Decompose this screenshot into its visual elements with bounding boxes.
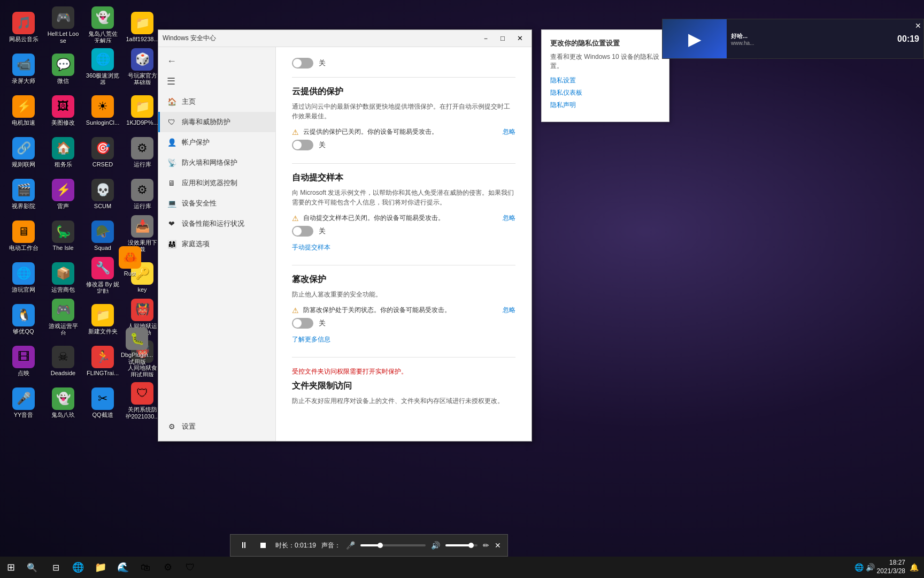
start-button[interactable]: ⊞	[0, 557, 21, 578]
taskbar-file-explorer[interactable]: 📁	[90, 557, 111, 578]
icon-dianji[interactable]: ⚡ 电机加速	[4, 88, 43, 128]
icon-guijia[interactable]: 👻 鬼岛八玖	[44, 380, 82, 421]
icon-1a8f[interactable]: 📁 1a8f19238...	[123, 4, 161, 45]
icon-lianwang[interactable]: 🔗 规则联网	[4, 130, 43, 170]
sidebar-app-browser[interactable]: 🖥 应用和浏览器控制	[158, 173, 275, 193]
icon-youxi-wang[interactable]: 🌐 游玩官网	[4, 255, 43, 295]
virus-icon: 🛡	[167, 117, 176, 127]
sidebar-firewall[interactable]: 📡 防火墙和网络保护	[158, 153, 275, 173]
icon-hell-let-loose[interactable]: 🎮 Hell:Let Loose	[44, 4, 82, 45]
icon-sunlogin[interactable]: ☀ SunloginCl...	[83, 88, 122, 128]
auto-submit-ignore-link[interactable]: 忽略	[503, 214, 515, 223]
icon-yunying[interactable]: 📦 运营商包	[44, 255, 82, 295]
taskbar-settings[interactable]: ⚙	[157, 557, 179, 578]
notification-icon[interactable]: 🔔	[910, 563, 919, 572]
taskbar: ⊞ 🔍 ⊟ 🌐 📁 🌊 🛍 ⚙	[0, 557, 924, 578]
video-widget-close[interactable]: ✕	[915, 21, 921, 30]
top-toggle-switch[interactable]	[292, 58, 313, 69]
security-main-content: 关 云提供的保护 通过访问云中的最新保护数据更快地提供增强保护。在打开自动示例提…	[276, 47, 532, 441]
auto-submit-warning-icon: ⚠	[292, 214, 299, 223]
volume-bar[interactable]	[445, 544, 478, 546]
desktop-icons-area: 🎵 网易云音乐 🎮 Hell:Let Loose 👻 鬼岛八荒佐无解压 📁 1a…	[0, 0, 158, 450]
auto-submit-warning-text: 自动提交文样本已关闭。你的设备可能易受攻击。	[303, 214, 498, 223]
cloud-toggle-row: 关	[292, 140, 515, 150]
sidebar-home[interactable]: 🏠 主页	[158, 92, 275, 112]
folder-warning-link[interactable]: 受控文件夹访问权限需要打开实时保护。	[292, 367, 407, 376]
sidebar-device-security[interactable]: 💻 设备安全性	[158, 193, 275, 214]
video-bar-close[interactable]: ✕	[495, 541, 501, 550]
video-thumb: ▶	[663, 19, 727, 59]
menu-button[interactable]: ☰	[158, 71, 275, 92]
icon-diandong[interactable]: 🖥 电动工作台	[4, 213, 43, 254]
taskbar-task-view[interactable]: ⊟	[45, 557, 66, 578]
icon-crsed[interactable]: 🎯 CRSED	[83, 130, 122, 170]
sidebar-virus[interactable]: 🛡 病毒和威胁防护	[158, 112, 275, 132]
pause-button[interactable]: ⏸	[237, 538, 251, 552]
auto-submit-section: 自动提交样本 向 Microsoft 发送示例文件，以帮助你和其他人免受潜在威胁…	[292, 172, 515, 252]
volume-fill	[445, 544, 471, 546]
icon-wechat[interactable]: 💬 微信	[44, 46, 82, 87]
separator-3	[292, 265, 515, 265]
icon-rust[interactable]: 🦀 Rust	[117, 244, 143, 279]
sidebar-family[interactable]: 👨‍👩‍👧 家庭选项	[158, 234, 275, 254]
sidebar-device-performance[interactable]: ❤ 设备性能和运行状况	[158, 214, 275, 234]
taskbar-store[interactable]: 🛍	[135, 557, 156, 578]
icon-zuwu[interactable]: 🏠 租务乐	[44, 130, 82, 170]
icon-wangyi[interactable]: 🎵 网易云音乐	[4, 4, 43, 45]
cloud-protection-desc: 通过访问云中的最新保护数据更快地提供增强保护。在打开自动示例提交时工作效果最佳。	[292, 102, 515, 121]
taskbar-security[interactable]: 🛡	[180, 557, 201, 578]
taskbar-edge[interactable]: 🌊	[112, 557, 134, 578]
icon-shijie-cinema[interactable]: 🎬 视界影院	[4, 171, 43, 212]
sidebar-account[interactable]: 👤 帐户保护	[158, 132, 275, 153]
taskbar-chrome[interactable]: 🌐	[67, 557, 89, 578]
icon-ghost-ba-hun[interactable]: 👻 鬼岛八荒佐无解压	[83, 4, 122, 45]
icon-1kjd[interactable]: 📁 1KJD9P%...	[123, 88, 161, 128]
mic-icon[interactable]: 🎤	[346, 541, 355, 550]
taskbar-right: 🌐 🔊 18:27 2021/3/28 🔔	[849, 559, 924, 575]
tamper-warning-text: 防篡改保护处于关闭状态。你的设备可能易受攻击。	[303, 306, 498, 315]
video-widget-info: 好哈... www.ha...	[727, 28, 893, 50]
icon-dianying[interactable]: 🎞 点映	[4, 338, 43, 379]
icon-leisheng[interactable]: ⚡ 雷声	[44, 171, 82, 212]
tamper-more-link[interactable]: 了解更多信息	[292, 335, 330, 344]
video-bar-pen[interactable]: ✏	[483, 541, 489, 550]
cloud-toggle-switch[interactable]	[292, 140, 313, 150]
icon-yunshu[interactable]: ⚙ 运行库	[123, 130, 161, 170]
icon-youxi-pingtai[interactable]: 🎮 游戏运营平台	[44, 296, 82, 337]
back-button[interactable]: ←	[158, 51, 275, 71]
cloud-warning-icon: ⚠	[292, 128, 299, 136]
close-button[interactable]: ✕	[512, 33, 527, 44]
cloud-ignore-link[interactable]: 忽略	[503, 127, 515, 136]
search-button[interactable]: 🔍	[21, 557, 43, 578]
maximize-button[interactable]: □	[495, 33, 510, 44]
icon-the-isle[interactable]: 🦕 The Isle	[44, 213, 82, 254]
icon-gouyouqq[interactable]: 🐧 够优QQ	[4, 296, 43, 337]
manual-submit-link[interactable]: 手动提交样本	[292, 243, 330, 252]
tamper-toggle-row: 关	[292, 318, 515, 329]
speaker-icon[interactable]: 🔊	[431, 541, 440, 550]
tamper-title: 篡改保护	[292, 274, 515, 285]
icon-dbgplugin[interactable]: 🐛 DbgPlugin...试用版	[117, 325, 157, 368]
sidebar-settings[interactable]: ⚙ 设置	[158, 416, 275, 437]
tamper-toggle-switch[interactable]	[292, 318, 313, 329]
icon-haoyun-base[interactable]: 🎲 号玩家官方基础版	[123, 46, 161, 87]
privacy-statement-link[interactable]: 隐私声明	[550, 101, 660, 110]
tamper-ignore-link[interactable]: 忽略	[503, 306, 515, 315]
icon-deadside[interactable]: ☠ Deadside	[44, 338, 82, 379]
auto-submit-toggle-switch[interactable]	[292, 226, 313, 237]
stop-button[interactable]: ⏹	[256, 538, 270, 552]
icon-scum[interactable]: 💀 SCUM	[83, 171, 122, 212]
video-player-bar: ⏸ ⏹ 时长：0:01:19 声音： 🎤 🔊 ✏ ✕	[230, 534, 508, 557]
icon-qq-jiedao[interactable]: ✂ QQ截道	[83, 380, 122, 421]
privacy-settings-link[interactable]: 隐私设置	[550, 76, 660, 85]
minimize-button[interactable]: －	[478, 33, 493, 44]
icon-screen-capture[interactable]: 📹 录屏大师	[4, 46, 43, 87]
privacy-dashboard-link[interactable]: 隐私仪表板	[550, 88, 660, 97]
icon-yunshu2[interactable]: ⚙ 运行库	[123, 171, 161, 212]
icon-yy[interactable]: 🎤 YY音音	[4, 380, 43, 421]
audio-progress-bar[interactable]	[360, 544, 426, 546]
icon-meitu[interactable]: 🖼 美图修改	[44, 88, 82, 128]
icon-guanjian[interactable]: 🛡 关闭系统防护2021030...	[123, 380, 161, 421]
icon-360speed[interactable]: 🌐 360极速浏览器	[83, 46, 122, 87]
taskbar-clock[interactable]: 18:27 2021/3/28	[877, 559, 905, 575]
